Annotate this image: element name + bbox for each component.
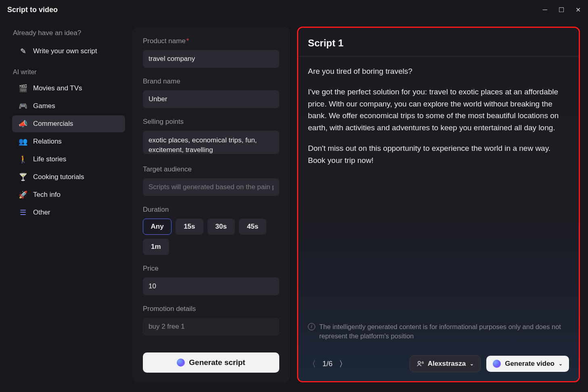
- brand-name-input[interactable]: [143, 90, 279, 108]
- price-input[interactable]: [143, 277, 279, 295]
- people-icon: 👥: [19, 137, 27, 146]
- generate-video-label: Generate video: [505, 360, 555, 368]
- sidebar-item-label: Other: [33, 209, 50, 217]
- sidebar-item-label: Cooking tutorials: [33, 173, 84, 181]
- app-window: Script to video ─ ☐ ✕ Already have an id…: [0, 0, 588, 392]
- person-walk-icon: 🚶: [19, 155, 27, 164]
- sidebar-item-movies[interactable]: 🎬 Movies and TVs: [12, 80, 125, 97]
- info-icon: i: [308, 323, 315, 330]
- pager-next[interactable]: 〉: [339, 359, 347, 369]
- duration-chip-1m[interactable]: 1m: [143, 239, 169, 255]
- promotion-input[interactable]: [143, 318, 279, 336]
- script-body: Are you tired of boring travels? I've go…: [298, 56, 579, 318]
- rocket-icon: 🚀: [19, 190, 27, 199]
- sidebar-item-games[interactable]: 🎮 Games: [12, 98, 125, 115]
- gamepad-icon: 🎮: [19, 102, 27, 111]
- sidebar-item-life-stories[interactable]: 🚶 Life stories: [12, 151, 125, 168]
- sparkle-icon: [177, 359, 185, 367]
- output-header: Script 1: [298, 28, 579, 56]
- sidebar-item-label: Commercials: [33, 120, 73, 128]
- script-paragraph: Are you tired of boring travels?: [308, 65, 569, 77]
- script-title: Script 1: [308, 38, 569, 49]
- target-audience-input[interactable]: [143, 178, 279, 196]
- cocktail-icon: 🍸: [19, 173, 27, 181]
- close-button[interactable]: ✕: [575, 6, 581, 14]
- sidebar: Already have an idea? ✎ Write your own s…: [12, 27, 125, 382]
- pencil-icon: ✎: [19, 47, 27, 56]
- clapperboard-icon: 🎬: [19, 84, 27, 93]
- target-audience-label: Target audience: [143, 165, 279, 173]
- window-controls: ─ ☐ ✕: [543, 6, 581, 14]
- disclaimer: i The intelligently generated content is…: [298, 318, 579, 350]
- duration-chip-any[interactable]: Any: [143, 219, 172, 235]
- duration-label: Duration: [143, 206, 279, 214]
- form-panel: Product name* Brand name Selling points …: [132, 27, 290, 382]
- pager-count: 1/6: [322, 360, 333, 368]
- sidebar-item-other[interactable]: ☰ Other: [12, 204, 125, 221]
- sidebar-item-relations[interactable]: 👥 Relations: [12, 133, 125, 150]
- sidebar-item-label: Relations: [33, 138, 62, 146]
- script-paragraph: I've got the perfect solution for you: t…: [308, 86, 569, 133]
- footer-right: Alexstrasza ⌄ Generate video ⌄: [410, 355, 569, 372]
- sidebar-item-write-own[interactable]: ✎ Write your own script: [12, 43, 125, 60]
- brand-name-label: Brand name: [143, 77, 279, 85]
- megaphone-icon: 📣: [19, 119, 27, 128]
- voice-selector[interactable]: Alexstrasza ⌄: [410, 355, 481, 372]
- duration-chip-15s[interactable]: 15s: [176, 219, 203, 235]
- sidebar-item-label: Write your own script: [33, 47, 97, 55]
- svg-point-0: [418, 361, 420, 364]
- duration-chips: Any 15s 30s 45s 1m: [143, 219, 279, 255]
- generate-video-button[interactable]: Generate video ⌄: [486, 356, 569, 372]
- content-area: Already have an idea? ✎ Write your own s…: [0, 19, 588, 392]
- sidebar-idea-heading: Already have an idea?: [12, 29, 125, 37]
- sidebar-item-commercials[interactable]: 📣 Commercials: [12, 115, 125, 132]
- disclaimer-text: The intelligently generated content is f…: [319, 322, 569, 341]
- promotion-label: Promotion details: [143, 305, 279, 313]
- titlebar: Script to video ─ ☐ ✕: [0, 0, 588, 19]
- form-scroll[interactable]: Product name* Brand name Selling points …: [132, 27, 290, 344]
- sidebar-item-label: Life stories: [33, 155, 66, 163]
- maximize-button[interactable]: ☐: [559, 6, 564, 14]
- script-paragraph: Don't miss out on this opportunity to ex…: [308, 142, 569, 166]
- minimize-button[interactable]: ─: [543, 6, 547, 13]
- sidebar-item-tech[interactable]: 🚀 Tech info: [12, 186, 125, 203]
- window-title: Script to video: [7, 6, 58, 14]
- price-label: Price: [143, 265, 279, 273]
- sidebar-item-label: Movies and TVs: [33, 84, 82, 92]
- sidebar-item-cooking[interactable]: 🍸 Cooking tutorials: [12, 169, 125, 186]
- pager-prev[interactable]: 〈: [308, 359, 316, 369]
- sidebar-item-label: Games: [33, 102, 55, 110]
- chevron-down-icon: ⌄: [559, 361, 563, 367]
- output-footer: 〈 1/6 〉 Alexstrasza ⌄ Generate video: [298, 350, 579, 381]
- generate-script-label: Generate script: [189, 358, 245, 367]
- selling-points-input[interactable]: exotic places, economical trips, fun, ex…: [143, 131, 279, 154]
- list-icon: ☰: [19, 208, 27, 217]
- output-panel: Script 1 Are you tired of boring travels…: [297, 27, 580, 382]
- selling-points-label: Selling points: [143, 118, 279, 126]
- voice-icon: [416, 360, 424, 367]
- voice-name: Alexstrasza: [428, 360, 466, 368]
- duration-chip-30s[interactable]: 30s: [207, 219, 235, 235]
- duration-chip-45s[interactable]: 45s: [239, 219, 266, 235]
- sparkle-icon: [493, 360, 501, 368]
- pager: 〈 1/6 〉: [308, 359, 347, 369]
- form-footer: Generate script: [132, 344, 290, 382]
- sidebar-item-label: Tech info: [33, 191, 61, 199]
- sidebar-ai-heading: AI writer: [13, 69, 125, 76]
- generate-script-button[interactable]: Generate script: [143, 352, 279, 373]
- chevron-down-icon: ⌄: [470, 361, 474, 367]
- product-name-label: Product name*: [143, 37, 279, 45]
- product-name-input[interactable]: [143, 50, 279, 68]
